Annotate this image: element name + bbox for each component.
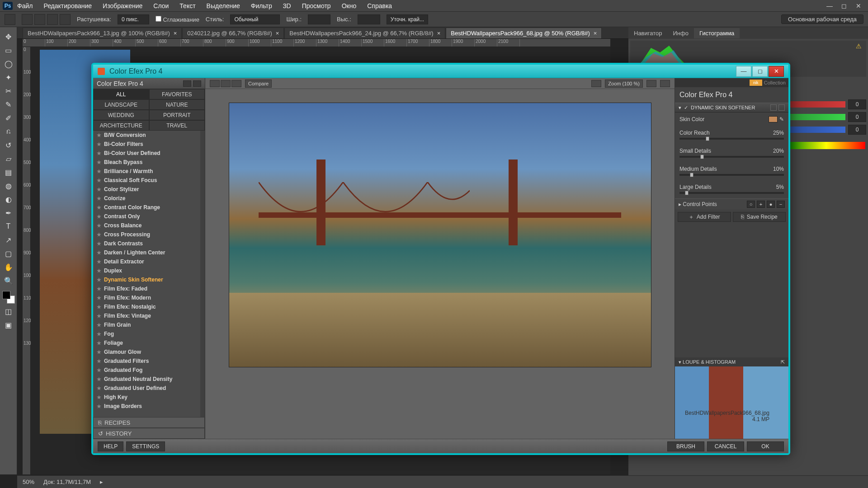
filter-item[interactable]: ★Contrast Only — [93, 212, 200, 221]
height-input[interactable] — [358, 14, 380, 24]
zoom-readout-button[interactable]: Zoom (100 %) — [605, 80, 643, 88]
panel-tab-гистограмма[interactable]: Гистограмма — [694, 28, 740, 38]
eraser-tool-icon[interactable]: ▱ — [3, 153, 14, 164]
filter-item[interactable]: ★Image Borders — [93, 402, 200, 411]
filter-item[interactable]: ★Colorize — [93, 194, 200, 203]
cep-thumb-toggle-icon[interactable] — [183, 80, 191, 87]
recipes-section[interactable]: ⎘RECIPES — [93, 417, 205, 428]
document-tab[interactable]: BestHDWallpapersPack966_13.jpg @ 100% (R… — [23, 28, 182, 38]
menu-выделение[interactable]: Выделение — [207, 2, 240, 9]
ok-button[interactable]: OK — [747, 441, 784, 451]
pen-tool-icon[interactable]: ✒ — [3, 207, 14, 219]
favorite-star-icon[interactable]: ★ — [97, 205, 101, 211]
favorite-star-icon[interactable]: ★ — [97, 132, 101, 138]
category-wedding[interactable]: WEDDING — [93, 110, 149, 120]
tab-close-icon[interactable]: × — [276, 30, 279, 37]
selection-new-icon[interactable] — [22, 14, 33, 25]
filter-item[interactable]: ★Film Grain — [93, 320, 200, 329]
lasso-tool-icon[interactable]: ◯ — [3, 58, 14, 70]
menu-окно[interactable]: Окно — [342, 2, 357, 9]
favorite-star-icon[interactable]: ★ — [97, 331, 101, 337]
settings-button[interactable]: SETTINGS — [126, 441, 165, 451]
channel-value[interactable]: 0 — [848, 99, 866, 109]
filter-item[interactable]: ★Foliage — [93, 338, 200, 347]
cep-maximize-button[interactable]: ◻ — [752, 66, 768, 77]
stamp-tool-icon[interactable]: ⎌ — [3, 126, 14, 137]
filter-item[interactable]: ★Cross Balance — [93, 221, 200, 230]
tab-close-icon[interactable]: × — [594, 30, 597, 37]
view-split-icon[interactable] — [221, 80, 231, 87]
filter-item[interactable]: ★Film Efex: Faded — [93, 284, 200, 293]
favorite-star-icon[interactable]: ★ — [97, 241, 101, 247]
cp-add-neg-icon[interactable]: ● — [767, 201, 775, 208]
filter-item[interactable]: ★Film Efex: Modern — [93, 293, 200, 302]
brush-tool-icon[interactable]: ✐ — [3, 112, 14, 124]
filter-item[interactable]: ★Fog — [93, 329, 200, 338]
control-points-row[interactable]: ▸ Control Points ○ + ● − — [675, 198, 788, 209]
loupe-header[interactable]: ▾ LOUPE & HISTOGRAM⇱ — [675, 357, 788, 366]
favorite-star-icon[interactable]: ★ — [97, 196, 101, 202]
favorite-star-icon[interactable]: ★ — [97, 322, 101, 328]
panel-tab-навигатор[interactable]: Навигатор — [628, 28, 667, 38]
cep-titlebar[interactable]: Color Efex Pro 4 — ◻ ✕ — [93, 65, 788, 78]
tool-preset-icon[interactable] — [5, 14, 15, 25]
quickmask-icon[interactable]: ◫ — [3, 305, 14, 317]
close-icon[interactable]: ✕ — [852, 1, 865, 10]
filter-item[interactable]: ★Bleach Bypass — [93, 158, 200, 167]
cp-plus-icon[interactable]: + — [757, 201, 765, 208]
cep-list-toggle-icon[interactable] — [193, 80, 201, 87]
category-landscape[interactable]: LANDSCAPE — [93, 99, 149, 110]
filter-item[interactable]: ★Darken / Lighten Center — [93, 248, 200, 257]
favorite-star-icon[interactable]: ★ — [97, 313, 101, 319]
history-section[interactable]: ↺HISTORY — [93, 428, 205, 439]
cep-filter-scrollbar[interactable] — [200, 131, 205, 417]
favorite-star-icon[interactable]: ★ — [97, 214, 101, 220]
favorite-star-icon[interactable]: ★ — [97, 250, 101, 256]
crop-tool-icon[interactable]: ✂ — [3, 85, 14, 97]
favorite-star-icon[interactable]: ★ — [97, 259, 101, 265]
favorite-star-icon[interactable]: ★ — [97, 376, 101, 382]
marquee-tool-icon[interactable]: ▭ — [3, 44, 14, 56]
favorite-star-icon[interactable]: ★ — [97, 187, 101, 192]
favorite-star-icon[interactable]: ★ — [97, 304, 101, 310]
param-slider[interactable] — [679, 156, 784, 158]
filter-item[interactable]: ★Cross Processing — [93, 230, 200, 239]
filter-item[interactable]: ★Graduated Fog — [93, 366, 200, 375]
favorite-star-icon[interactable]: ★ — [97, 286, 101, 292]
refine-edge-button[interactable]: Уточн. край... — [387, 14, 428, 24]
filter-item[interactable]: ★Detail Extractor — [93, 257, 200, 266]
document-tab[interactable]: BestHDWallpapersPack966_68.jpg @ 50% (RG… — [446, 28, 602, 38]
remove-icon[interactable] — [778, 104, 785, 111]
menu-слои[interactable]: Слои — [153, 2, 169, 9]
shape-tool-icon[interactable]: ▢ — [3, 248, 14, 259]
compare-button[interactable]: Compare — [245, 80, 272, 88]
favorite-star-icon[interactable]: ★ — [97, 160, 101, 165]
filter-item[interactable]: ★Brilliance / Warmth — [93, 167, 200, 176]
tab-close-icon[interactable]: × — [437, 30, 441, 37]
filter-item[interactable]: ★Graduated Neutral Density — [93, 375, 200, 384]
param-slider[interactable] — [679, 138, 784, 140]
maximize-icon[interactable]: ◻ — [837, 1, 851, 10]
category-nature[interactable]: NATURE — [149, 99, 205, 110]
menu-изображение[interactable]: Изображение — [103, 2, 142, 9]
screenmode-icon[interactable]: ▣ — [3, 319, 14, 331]
bg-toggle-icon[interactable] — [660, 80, 670, 87]
pin-icon[interactable]: ⇱ — [781, 359, 785, 365]
reset-icon[interactable] — [770, 104, 777, 111]
dodge-tool-icon[interactable]: ◐ — [3, 193, 14, 205]
move-tool-icon[interactable]: ✥ — [3, 31, 14, 42]
preview-area[interactable] — [205, 89, 675, 439]
hand-tool-icon[interactable]: ✋ — [3, 261, 14, 273]
selection-add-icon[interactable] — [34, 14, 45, 25]
filter-item[interactable]: ★Color Stylizer — [93, 185, 200, 194]
favorite-star-icon[interactable]: ★ — [97, 268, 101, 274]
filter-item[interactable]: ★Graduated User Defined — [93, 384, 200, 393]
zoom-tool-icon[interactable]: 🔍 — [3, 275, 14, 286]
zoom-out-icon[interactable] — [591, 80, 601, 87]
category-architecture[interactable]: ARCHITECTURE — [93, 120, 149, 131]
favorite-star-icon[interactable]: ★ — [97, 385, 101, 391]
filter-section-header[interactable]: ▾✓ DYNAMIC SKIN SOFTENER — [675, 103, 788, 113]
eyedropper-tool-icon[interactable]: ✎ — [3, 99, 14, 110]
filter-item[interactable]: ★Film Efex: Nostalgic — [93, 302, 200, 311]
favorite-star-icon[interactable]: ★ — [97, 358, 101, 364]
